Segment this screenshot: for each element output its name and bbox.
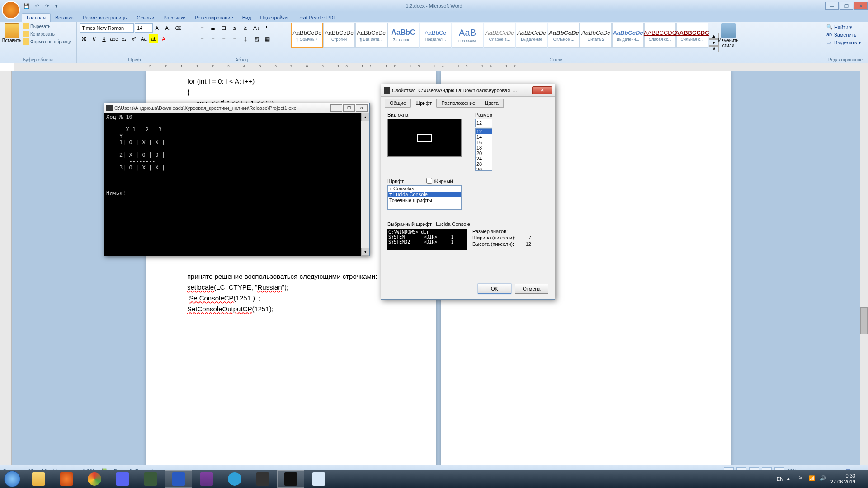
taskbar-notepad[interactable]: [305, 470, 332, 488]
size-option-16[interactable]: 16: [476, 140, 492, 145]
font-option-consolas[interactable]: ᴛ Consolas: [388, 186, 461, 192]
superscript-button[interactable]: x²: [129, 34, 138, 43]
ok-button[interactable]: OK: [478, 284, 511, 294]
properties-close-button[interactable]: ✕: [532, 86, 552, 94]
tab-review[interactable]: Рецензирование: [190, 14, 238, 22]
volume-icon[interactable]: 🔊: [820, 475, 827, 483]
cancel-button[interactable]: Отмена: [515, 284, 548, 294]
size-option-20[interactable]: 20: [476, 150, 492, 156]
undo-button[interactable]: ↶: [33, 2, 41, 10]
console-close-button[interactable]: ✕: [356, 104, 368, 112]
borders-button[interactable]: ▦: [262, 34, 272, 43]
taskbar-firefox[interactable]: [53, 470, 80, 488]
maximize-button[interactable]: ❐: [840, 2, 853, 10]
properties-titlebar[interactable]: Свойства: "C:\Users\Андрюша\Downloads\Ку…: [381, 84, 555, 97]
subscript-button[interactable]: x₂: [119, 34, 128, 43]
font-option-lucida[interactable]: ᴛ Lucida Console: [388, 192, 461, 197]
size-option-36[interactable]: 36: [476, 167, 492, 171]
clock[interactable]: 0:33 27.06.2019: [830, 473, 855, 485]
tab-insert[interactable]: Вставка: [51, 14, 78, 22]
scroll-up-button[interactable]: ▴: [361, 113, 369, 121]
taskbar-discord[interactable]: [109, 470, 136, 488]
cut-button[interactable]: Вырезать: [23, 23, 71, 30]
style-emphasis[interactable]: AaBbCcDcВыделение: [516, 23, 547, 48]
select-button[interactable]: ▭Выделить ▾: [826, 39, 865, 46]
show-marks-button[interactable]: ¶: [262, 23, 272, 33]
change-styles-button[interactable]: Изменить стили: [717, 23, 740, 62]
tab-references[interactable]: Ссылки: [132, 14, 159, 22]
increase-indent-button[interactable]: ≥: [241, 23, 250, 33]
start-button[interactable]: [0, 470, 24, 488]
show-desktop-button[interactable]: [859, 470, 864, 488]
style-heading[interactable]: AaBbCЗаголово...: [387, 23, 419, 48]
find-button[interactable]: 🔍Найти ▾: [826, 23, 865, 31]
taskbar-word[interactable]: [165, 470, 192, 488]
horizontal-ruler[interactable]: 3 2 1 1 2 3 4 5 6 7 8 9 10 11 12 13 14 1…: [0, 63, 868, 71]
taskbar-telegram[interactable]: [221, 470, 248, 488]
font-name-select[interactable]: [80, 23, 134, 33]
font-option-raster[interactable]: Точечные шрифты: [388, 197, 461, 203]
tab-home[interactable]: Главная: [22, 13, 51, 22]
font-color-button[interactable]: A: [159, 34, 168, 43]
console-titlebar[interactable]: C:\Users\Андрюша\Downloads\Курсовая_крес…: [104, 103, 369, 113]
tab-mailings[interactable]: Рассылки: [159, 14, 190, 22]
redo-button[interactable]: ↷: [42, 2, 51, 10]
console-maximize-button[interactable]: ❐: [343, 104, 355, 112]
style-quote[interactable]: AaBbCcDcЦитата 2: [580, 23, 612, 48]
highlight-button[interactable]: ab: [149, 34, 158, 43]
decrease-indent-button[interactable]: ≤: [230, 23, 240, 33]
font-list[interactable]: ᴛ Consolas ᴛ Lucida Console Точечные шри…: [387, 185, 462, 210]
bold-checkbox[interactable]: Жирный: [426, 178, 453, 184]
bold-button[interactable]: Ж: [80, 34, 89, 43]
taskbar-console[interactable]: [277, 470, 304, 488]
taskbar-app1[interactable]: [137, 470, 164, 488]
bullets-button[interactable]: ≡: [197, 23, 207, 33]
shading-button[interactable]: ▨: [251, 34, 261, 43]
tab-font[interactable]: Шрифт: [410, 99, 437, 108]
line-spacing-button[interactable]: ‡: [241, 34, 250, 43]
tab-view[interactable]: Вид: [238, 14, 256, 22]
copy-button[interactable]: Копировать: [23, 30, 71, 38]
taskbar-explorer[interactable]: [25, 470, 52, 488]
console-scrollbar[interactable]: ▴ ▾: [361, 113, 369, 256]
clear-format-button[interactable]: ⌫: [174, 23, 183, 33]
strike-button[interactable]: abc: [109, 34, 118, 43]
scrollbar-thumb[interactable]: [860, 307, 868, 334]
tab-addins[interactable]: Надстройки: [256, 14, 292, 22]
size-list[interactable]: 12 14 16 18 20 24 28 36: [475, 128, 492, 171]
tab-layout[interactable]: Расположение: [436, 99, 480, 108]
taskbar-app2[interactable]: [249, 470, 276, 488]
numbering-button[interactable]: ≣: [208, 23, 218, 33]
shrink-font-button[interactable]: A↓: [164, 23, 173, 33]
close-button[interactable]: ✕: [854, 2, 868, 10]
console-output[interactable]: Ход № 10 X 1 2 3 Y -------- 1| O | X | X…: [104, 113, 361, 256]
tab-general[interactable]: Общие: [385, 99, 411, 108]
minimize-button[interactable]: —: [825, 2, 839, 10]
style-subtitle[interactable]: AaBbCcПодзагол...: [420, 23, 451, 48]
size-input[interactable]: [475, 119, 492, 127]
align-right-button[interactable]: ≡: [219, 34, 229, 43]
save-button[interactable]: 💾: [23, 2, 31, 10]
size-option-24[interactable]: 24: [476, 156, 492, 161]
format-painter-button[interactable]: Формат по образцу: [23, 38, 71, 45]
scroll-down-button[interactable]: ▾: [361, 248, 369, 256]
flag-icon[interactable]: 🏳: [798, 475, 805, 483]
underline-button[interactable]: Ч: [99, 34, 108, 43]
size-option-28[interactable]: 28: [476, 161, 492, 167]
tab-foxit[interactable]: Foxit Reader PDF: [292, 14, 341, 22]
style-title[interactable]: АаВНазвание: [452, 23, 483, 48]
style-intense-quote[interactable]: AaBbCcDcВыделенн...: [612, 23, 644, 48]
replace-button[interactable]: abЗаменить: [826, 31, 865, 38]
tab-colors[interactable]: Цвета: [480, 99, 504, 108]
change-case-button[interactable]: Aa: [139, 34, 148, 43]
size-option-12[interactable]: 12: [476, 129, 492, 134]
style-strong[interactable]: AaBbCcDcСтрогий: [323, 23, 355, 48]
network-icon[interactable]: 📶: [809, 475, 816, 483]
font-size-select[interactable]: [135, 23, 153, 33]
paste-button[interactable]: Вставить: [2, 23, 22, 62]
sort-button[interactable]: A↓: [251, 23, 261, 33]
style-nospacing[interactable]: AaBbCcDc¶ Без инте...: [355, 23, 387, 48]
office-button[interactable]: [2, 1, 20, 19]
italic-button[interactable]: К: [90, 34, 99, 43]
tray-up-icon[interactable]: ▴: [787, 475, 794, 483]
